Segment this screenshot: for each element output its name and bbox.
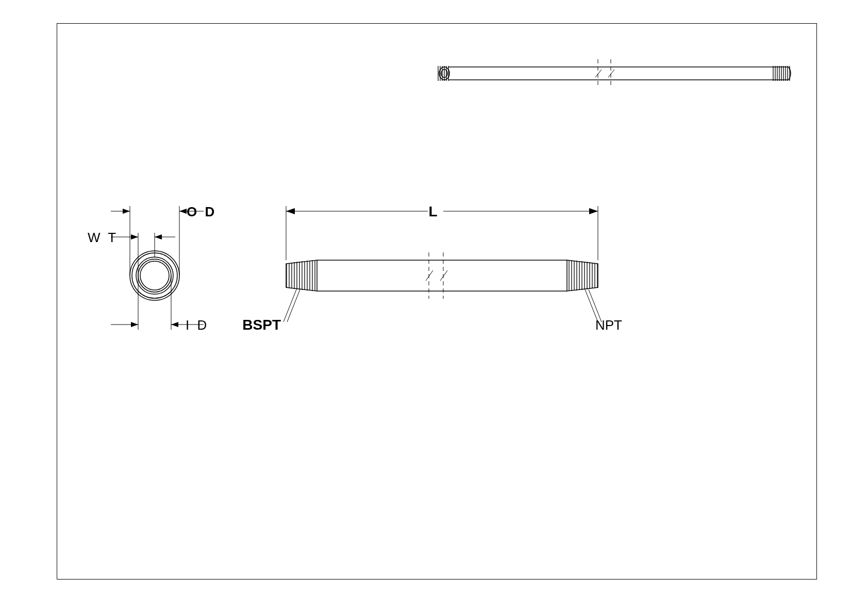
- svg-marker-45: [171, 322, 178, 327]
- svg-point-24: [132, 253, 177, 298]
- length-label: L: [428, 203, 437, 219]
- svg-point-27: [140, 261, 169, 290]
- svg-marker-43: [131, 322, 138, 327]
- id-label: I D: [186, 317, 209, 333]
- length-dimension: L: [286, 203, 598, 260]
- svg-marker-37: [131, 234, 138, 240]
- wt-dimension: W T: [88, 230, 175, 276]
- wt-label: W T: [88, 230, 118, 245]
- svg-marker-81: [589, 208, 598, 214]
- iso-pipe-small: [438, 59, 791, 88]
- end-view: [130, 251, 179, 300]
- svg-point-26: [138, 259, 171, 292]
- svg-line-82: [283, 290, 296, 322]
- svg-marker-80: [286, 208, 295, 214]
- bspt-label: BSPT: [242, 317, 281, 333]
- svg-line-83: [287, 290, 300, 322]
- side-view-pipe: [286, 252, 598, 299]
- svg-marker-31: [123, 209, 130, 214]
- npt-leader: NPT: [585, 290, 622, 333]
- svg-line-75: [440, 270, 447, 281]
- od-label: O D: [187, 204, 216, 219]
- id-dimension: I D: [111, 276, 209, 333]
- svg-line-21: [595, 70, 602, 77]
- technical-drawing: O D W T I D: [0, 0, 868, 613]
- bspt-leader: BSPT: [242, 290, 300, 333]
- svg-point-23: [130, 251, 179, 300]
- svg-point-25: [136, 257, 173, 294]
- svg-marker-39: [155, 234, 162, 240]
- svg-marker-33: [179, 209, 187, 214]
- svg-line-74: [426, 270, 433, 281]
- svg-line-22: [608, 70, 614, 77]
- npt-label: NPT: [595, 317, 622, 333]
